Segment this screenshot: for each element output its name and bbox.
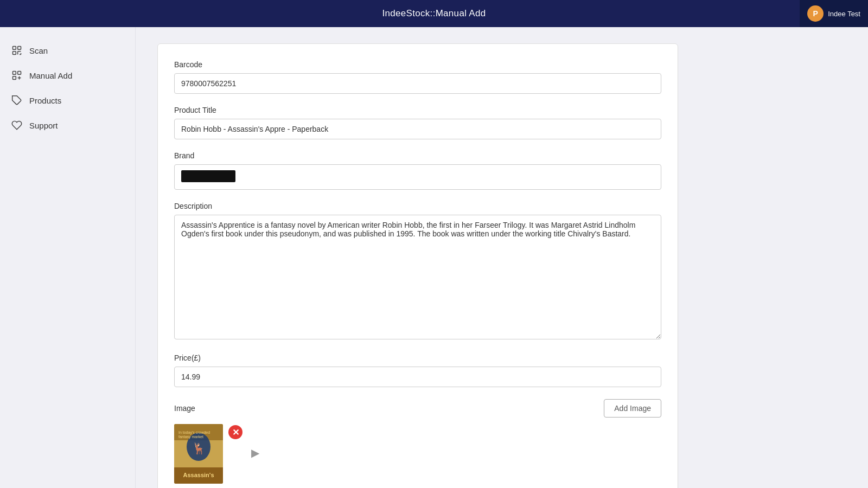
sidebar-label-support: Support [29, 121, 58, 130]
brand-value-block [181, 170, 235, 182]
svg-text:fantasy market: fantasy market [178, 435, 203, 439]
header-title: IndeeStock::Manual Add [382, 8, 486, 19]
sidebar-item-products[interactable]: Products [0, 88, 135, 113]
main-content: Barcode Product Title Brand Description … [136, 27, 868, 488]
scan-icon [11, 44, 23, 56]
support-icon [11, 119, 23, 131]
image-section: Image Add Image [174, 399, 661, 484]
remove-image-button[interactable]: ✕ [228, 425, 242, 439]
book-thumbnail: 🦌 Assassin's In today's crowded fantasy … [174, 424, 223, 484]
form-card: Barcode Product Title Brand Description … [157, 43, 678, 488]
svg-rect-2 [13, 52, 16, 55]
user-menu[interactable]: P Indee Test [800, 0, 868, 27]
svg-rect-0 [13, 47, 16, 50]
sidebar-label-manual-add: Manual Add [29, 71, 72, 80]
svg-rect-9 [13, 76, 16, 80]
image-label: Image [174, 404, 195, 413]
svg-rect-8 [18, 72, 21, 75]
svg-text:Assassin's: Assassin's [183, 472, 214, 478]
sidebar-label-products: Products [29, 96, 61, 105]
manual-add-icon [11, 69, 23, 81]
barcode-input[interactable] [174, 73, 661, 94]
sidebar-item-manual-add[interactable]: Manual Add [0, 63, 135, 88]
description-input[interactable]: Assassin's Apprentice is a fantasy novel… [174, 215, 661, 339]
svg-rect-1 [18, 47, 21, 50]
avatar: P [807, 5, 824, 22]
brand-input-container[interactable] [174, 164, 661, 190]
products-icon [11, 94, 23, 106]
product-title-input[interactable] [174, 119, 661, 139]
brand-group: Brand [174, 151, 661, 190]
app-header: IndeeStock::Manual Add P Indee Test [0, 0, 868, 27]
sidebar-label-scan: Scan [29, 46, 48, 55]
image-preview-area: 🦌 Assassin's In today's crowded fantasy … [174, 424, 661, 484]
description-group: Description Assassin's Apprentice is a f… [174, 202, 661, 342]
image-header: Image Add Image [174, 399, 661, 418]
price-label: Price(£) [174, 354, 661, 362]
add-image-button[interactable]: Add Image [604, 399, 661, 418]
svg-rect-7 [13, 72, 16, 75]
sidebar: Scan Manual Add Products [0, 27, 136, 488]
product-title-label: Product Title [174, 106, 661, 114]
price-input[interactable] [174, 367, 661, 387]
description-label: Description [174, 202, 661, 210]
main-layout: Scan Manual Add Products [0, 27, 868, 488]
barcode-label: Barcode [174, 60, 661, 69]
sidebar-item-scan[interactable]: Scan [0, 38, 135, 63]
sidebar-item-support[interactable]: Support [0, 113, 135, 138]
price-group: Price(£) [174, 354, 661, 387]
play-button[interactable]: ▶ [248, 446, 262, 460]
svg-text:In today's crowded: In today's crowded [178, 431, 210, 435]
username: Indee Test [828, 10, 860, 18]
svg-text:🦌: 🦌 [192, 442, 206, 455]
barcode-group: Barcode [174, 60, 661, 94]
product-title-group: Product Title [174, 106, 661, 139]
brand-label: Brand [174, 151, 661, 160]
